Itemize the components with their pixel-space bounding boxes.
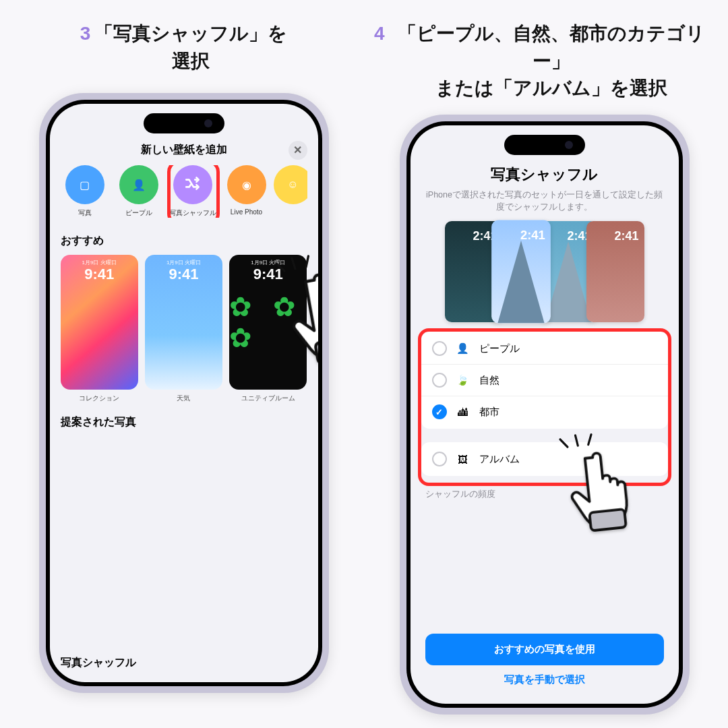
section-photo-shuffle-footer: 写真シャッフル	[61, 653, 307, 671]
shuffle-frequency-label: シャッフルの頻度	[421, 483, 668, 500]
radio-checked[interactable]: ✓	[432, 404, 447, 419]
option-label: アルバム	[479, 453, 520, 466]
emoji-icon: ☺	[287, 179, 298, 191]
person-icon: 👤	[456, 342, 470, 355]
options-highlighted: 👤 ピープル 🍃 自然 ✓ 🏙 都市	[421, 332, 668, 483]
close-button[interactable]: ✕	[289, 141, 307, 160]
use-recommended-button[interactable]: おすすめの写真を使用	[425, 634, 664, 665]
shuffle-title: 写真シャッフル	[425, 164, 664, 185]
category-label: 写真シャッフル	[169, 208, 216, 218]
option-nature[interactable]: 🍃 自然	[421, 365, 668, 396]
wallpaper-weather[interactable]: 1月9日 火曜日 9:41 天気	[145, 255, 222, 403]
section-suggested-photos: 提案された写真	[61, 415, 307, 429]
shuffle-icon	[184, 175, 202, 195]
wallpaper-collection[interactable]: 1月9日 火曜日 9:41 コレクション	[61, 255, 138, 403]
step-4-title: 4 「ピープル、自然、都市のカテゴリー」 または「アルバム」を選択	[374, 20, 715, 102]
preview-fan: 2:41 2:41 2:41 2:41	[425, 221, 664, 322]
radio-unchecked[interactable]	[432, 341, 447, 356]
leaf-icon: 🍃	[456, 374, 470, 386]
category-label: Live Photo	[231, 208, 262, 216]
radio-unchecked[interactable]	[432, 373, 447, 388]
section-recommended: おすすめ	[61, 234, 307, 248]
option-label: 都市	[479, 406, 499, 419]
step-3-number: 3	[80, 20, 91, 81]
step-4-column: 4 「ピープル、自然、都市のカテゴリー」 または「アルバム」を選択 写真シャッフ…	[374, 20, 715, 728]
category-row: ▢ 写真 👤 ピープル 写真シャッフル	[61, 165, 307, 218]
step-3-column: 3 「写真シャッフル」を 選択 新しい壁紙を追加 ✕ ▢ 写真	[13, 20, 354, 728]
step-4-text: 「ピープル、自然、都市のカテゴリー」 または「アルバム」を選択	[389, 20, 715, 102]
dynamic-island	[504, 135, 585, 155]
city-icon: 🏙	[456, 406, 470, 418]
category-people[interactable]: 👤 ピープル	[115, 165, 163, 218]
live-photo-icon: ◉	[242, 179, 251, 191]
category-photo-shuffle[interactable]: 写真シャッフル	[169, 165, 217, 218]
select-manually-link[interactable]: 写真を手動で選択	[425, 673, 664, 686]
wallpaper-label: 天気	[177, 394, 190, 403]
category-label: ピープル	[125, 208, 152, 218]
phone-frame-2: 写真シャッフル iPhoneで選択された写真のセットが一日を通して設定した頻度で…	[400, 115, 690, 715]
wallpaper-label: ユニティブルーム	[241, 394, 295, 403]
category-photos[interactable]: ▢ 写真	[61, 165, 109, 218]
category-live-photo[interactable]: ◉ Live Photo	[222, 165, 271, 218]
photos-icon: ▢	[80, 179, 90, 191]
step-4-number: 4	[374, 20, 385, 102]
dynamic-island	[144, 113, 224, 133]
option-album[interactable]: 🖼 アルバム	[421, 444, 668, 475]
radio-unchecked[interactable]	[432, 452, 447, 466]
category-label: 写真	[78, 208, 92, 218]
option-label: 自然	[479, 374, 499, 387]
recommended-row: 1月9日 火曜日 9:41 コレクション 1月9日 火曜日 9:41 天気	[61, 255, 307, 403]
step-3-text: 「写真シャッフル」を 選択	[94, 20, 287, 81]
wallpaper-unity-bloom[interactable]: 1月9日 火曜日 9:41 ユニティブルーム	[229, 255, 307, 403]
category-emoji[interactable]: ☺	[276, 165, 307, 218]
option-cities[interactable]: ✓ 🏙 都市	[421, 396, 668, 427]
album-icon: 🖼	[456, 454, 470, 465]
shuffle-description: iPhoneで選択された写真のセットが一日を通して設定した頻度でシャッフルします…	[425, 189, 664, 213]
close-icon: ✕	[293, 144, 302, 156]
phone-frame-1: 新しい壁紙を追加 ✕ ▢ 写真 👤 ピープル	[39, 93, 329, 693]
option-people[interactable]: 👤 ピープル	[421, 333, 668, 365]
option-label: ピープル	[479, 342, 520, 355]
wallpaper-label: コレクション	[79, 394, 119, 403]
step-3-title: 3 「写真シャッフル」を 選択	[80, 20, 288, 81]
person-icon: 👤	[132, 179, 146, 191]
page-title: 新しい壁紙を追加	[141, 143, 227, 157]
